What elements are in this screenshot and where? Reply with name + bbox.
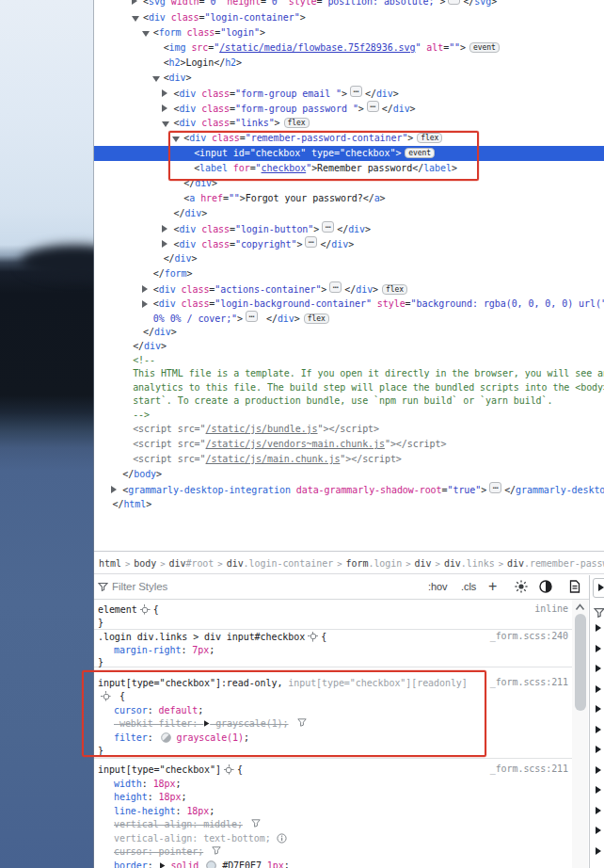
- collapsed-content-ellipsis[interactable]: …: [489, 482, 501, 493]
- breadcrumb-item[interactable]: div.links: [444, 558, 495, 569]
- breadcrumb-item[interactable]: form.login: [346, 558, 403, 569]
- expand-arrow-icon[interactable]: [162, 89, 167, 97]
- collapsed-content-ellipsis[interactable]: …: [329, 281, 342, 293]
- dom-tree-row[interactable]: <grammarly-desktop-integration data-gram…: [94, 482, 604, 497]
- scrollbar-up-arrow[interactable]: [575, 603, 585, 612]
- dom-tree-row[interactable]: <!--: [94, 354, 604, 367]
- dom-tree-row[interactable]: 0% 0% / cover;">… </div>flex: [94, 311, 604, 325]
- computed-expand-icon[interactable]: [596, 705, 601, 713]
- style-declaration-line[interactable]: vertical-align: text-bottom;: [94, 832, 572, 846]
- dom-tree-row[interactable]: <div class="form-group password ">…</div…: [94, 101, 604, 116]
- collapse-arrow-icon[interactable]: [142, 31, 150, 37]
- collapsed-content-ellipsis[interactable]: …: [246, 311, 258, 322]
- dom-tree-row[interactable]: -->: [94, 409, 604, 422]
- expand-value-icon[interactable]: [159, 860, 166, 868]
- collapsed-content-ellipsis[interactable]: …: [322, 221, 334, 233]
- dom-tree-row[interactable]: <a href="">Forgot your password?</a>: [94, 191, 604, 206]
- computed-expand-icon[interactable]: [596, 685, 601, 693]
- expand-arrow-icon[interactable]: [162, 225, 167, 233]
- breadcrumb-item[interactable]: html: [99, 558, 121, 569]
- breadcrumb-item[interactable]: div#root: [169, 558, 215, 569]
- breadcrumb[interactable]: html>body>div#root>div.login-container>f…: [94, 551, 604, 574]
- style-declaration-line[interactable]: .login div.links > div input#checkbox{: [94, 631, 572, 645]
- toggle-element-state-button[interactable]: :hov: [428, 575, 448, 599]
- expand-arrow-icon[interactable]: [132, 0, 137, 5]
- computed-expand-icon[interactable]: [596, 766, 601, 774]
- collapsed-content-ellipsis[interactable]: …: [367, 101, 379, 112]
- collapsed-content-ellipsis[interactable]: …: [350, 86, 362, 97]
- event-badge[interactable]: event: [469, 42, 500, 53]
- styles-scrollbar[interactable]: [572, 600, 588, 868]
- style-declaration-line[interactable]: line-height: 18px;: [94, 805, 572, 819]
- computed-pane-button[interactable]: [593, 578, 604, 598]
- dom-tree-row[interactable]: <h2>Login</h2>: [94, 56, 604, 71]
- color-swatch-icon[interactable]: [204, 860, 216, 868]
- dom-tree-row[interactable]: <script src="/static/js/main.chunk.js"><…: [94, 452, 604, 467]
- dom-tree-row[interactable]: </div>: [94, 325, 604, 340]
- dom-tree-row[interactable]: <div class="login-button">…</div>: [94, 221, 604, 236]
- inactive-funnel-icon[interactable]: [243, 819, 261, 829]
- collapsed-content-ellipsis[interactable]: …: [448, 0, 460, 5]
- style-declaration-line[interactable]: width: 18px;: [94, 778, 572, 792]
- dom-tree-row[interactable]: start`. To create a production bundle, u…: [94, 394, 604, 408]
- expand-arrow-icon[interactable]: [111, 486, 117, 493]
- style-declaration-line[interactable]: input[type="checkbox"]{: [94, 764, 572, 778]
- dom-tree-row[interactable]: analytics to this file. The build step w…: [94, 381, 604, 394]
- dom-tree-row[interactable]: </div>: [94, 251, 604, 266]
- dom-tree-row[interactable]: <div class="login-background-container" …: [94, 297, 604, 312]
- flex-badge[interactable]: flex: [284, 118, 310, 128]
- dom-tree-row[interactable]: <div>: [94, 71, 604, 86]
- computed-filter-icon[interactable]: [594, 607, 604, 619]
- new-style-rule-button[interactable]: +: [488, 574, 497, 598]
- info-icon[interactable]: [271, 833, 287, 844]
- expand-arrow-icon[interactable]: [142, 300, 148, 308]
- breadcrumb-item[interactable]: div.remember-password-container: [507, 558, 604, 569]
- contrast-icon[interactable]: [539, 580, 552, 593]
- computed-expand-icon[interactable]: [596, 827, 601, 834]
- computed-expand-icon[interactable]: [596, 665, 601, 672]
- expand-arrow-icon[interactable]: [162, 104, 167, 112]
- document-icon[interactable]: [569, 580, 580, 593]
- style-rule-gear-icon[interactable]: [305, 632, 321, 642]
- dom-tree-row[interactable]: <div class="copyright">…</div>: [94, 236, 604, 251]
- dom-tree-row[interactable]: <img src="/static/media/flowbase.75f2893…: [94, 40, 604, 56]
- dom-tree-row[interactable]: </form>: [94, 266, 604, 281]
- computed-expand-icon[interactable]: [596, 847, 601, 855]
- dom-tree-row[interactable]: </body>: [94, 467, 604, 482]
- flex-badge[interactable]: flex: [382, 284, 407, 295]
- dom-tree-row[interactable]: </html>: [94, 497, 604, 512]
- dom-tree-row[interactable]: <script src="/static/js/bundle.js"></scr…: [94, 422, 604, 437]
- element-classes-button[interactable]: .cls: [461, 575, 476, 599]
- style-declaration-line[interactable]: height: 18px;: [94, 791, 572, 805]
- flex-badge[interactable]: flex: [304, 313, 329, 324]
- dom-tree-row[interactable]: <div class="form-group email ">…</div>: [94, 86, 604, 101]
- dom-tree-row[interactable]: <div class="links">flex: [94, 116, 604, 131]
- style-rule-gear-icon[interactable]: [137, 604, 153, 615]
- filter-styles-input[interactable]: Filter Styles: [112, 575, 167, 599]
- scrollbar-thumb[interactable]: [575, 614, 586, 711]
- expand-arrow-icon[interactable]: [142, 285, 148, 293]
- dom-tree-row[interactable]: This HTML file is a template. If you ope…: [94, 367, 604, 380]
- expand-arrow-icon[interactable]: [162, 240, 167, 248]
- light-mode-icon[interactable]: [515, 580, 528, 593]
- dom-tree-row[interactable]: <div class="actions-container">…</div>fl…: [94, 281, 604, 297]
- computed-expand-icon[interactable]: [596, 786, 601, 794]
- style-declaration-line[interactable]: }: [94, 656, 572, 670]
- dom-tree-row[interactable]: </div>: [94, 206, 604, 221]
- collapse-arrow-icon[interactable]: [152, 76, 160, 82]
- style-rule-gear-icon[interactable]: [221, 764, 237, 775]
- collapse-arrow-icon[interactable]: [132, 16, 139, 22]
- dom-tree-row[interactable]: <svg width="0" height="0" style="positio…: [94, 0, 604, 8]
- computed-expand-icon[interactable]: [596, 624, 601, 632]
- elements-dom-tree[interactable]: <svg width="0" height="0" style="positio…: [94, 0, 604, 550]
- dom-tree-row[interactable]: </div>: [94, 339, 604, 354]
- breadcrumb-item[interactable]: body: [134, 558, 156, 569]
- style-declaration-line[interactable]: }: [94, 617, 572, 631]
- computed-expand-icon[interactable]: [596, 746, 601, 753]
- style-declaration-line[interactable]: cursor: pointer;: [94, 845, 572, 860]
- dom-tree-row[interactable]: <script src="/static/js/vendors~main.chu…: [94, 437, 604, 452]
- computed-expand-icon[interactable]: [596, 726, 601, 733]
- collapsed-content-ellipsis[interactable]: …: [305, 236, 317, 248]
- computed-expand-icon[interactable]: [596, 807, 601, 814]
- dom-tree-row[interactable]: <div class="login-container">: [94, 10, 604, 25]
